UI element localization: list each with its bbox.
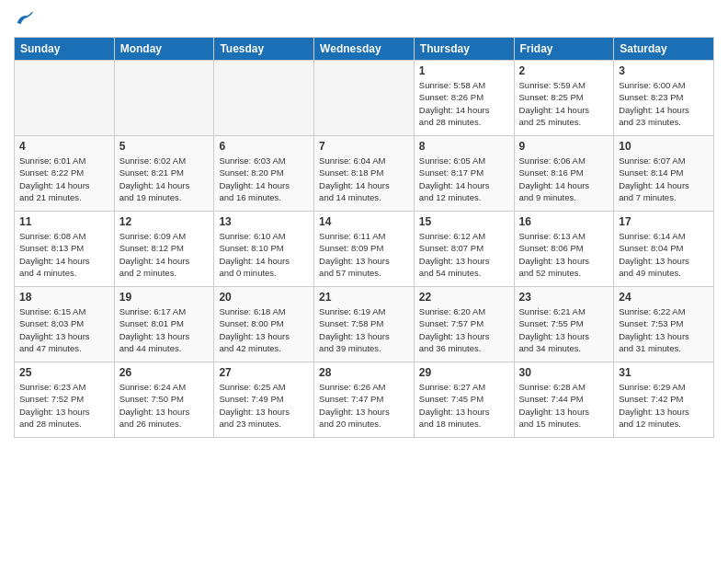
calendar-cell: 24Sunrise: 6:22 AMSunset: 7:53 PMDayligh… <box>614 287 714 362</box>
day-info: Sunrise: 6:11 AMSunset: 8:09 PMDaylight:… <box>319 230 409 279</box>
day-info: Sunrise: 6:00 AMSunset: 8:23 PMDaylight:… <box>619 79 709 128</box>
calendar-header-tuesday: Tuesday <box>214 38 314 61</box>
calendar-cell: 20Sunrise: 6:18 AMSunset: 8:00 PMDayligh… <box>214 287 314 362</box>
calendar-cell: 29Sunrise: 6:27 AMSunset: 7:45 PMDayligh… <box>414 362 514 438</box>
day-number: 1 <box>419 64 509 77</box>
day-info: Sunrise: 6:25 AMSunset: 7:49 PMDaylight:… <box>219 381 309 430</box>
calendar-cell <box>15 61 115 136</box>
calendar-cell: 19Sunrise: 6:17 AMSunset: 8:01 PMDayligh… <box>114 287 214 362</box>
calendar-cell: 5Sunrise: 6:02 AMSunset: 8:21 PMDaylight… <box>114 136 214 212</box>
calendar-cell: 12Sunrise: 6:09 AMSunset: 8:12 PMDayligh… <box>114 212 214 287</box>
logo <box>14 9 38 29</box>
day-info: Sunrise: 6:20 AMSunset: 7:57 PMDaylight:… <box>419 305 509 354</box>
day-number: 24 <box>619 291 709 304</box>
calendar-header-monday: Monday <box>114 38 214 61</box>
day-number: 10 <box>619 140 709 153</box>
day-number: 30 <box>519 366 609 379</box>
calendar-cell: 18Sunrise: 6:15 AMSunset: 8:03 PMDayligh… <box>15 287 115 362</box>
day-info: Sunrise: 6:27 AMSunset: 7:45 PMDaylight:… <box>419 381 509 430</box>
day-number: 31 <box>619 366 709 379</box>
calendar-cell: 2Sunrise: 5:59 AMSunset: 8:25 PMDaylight… <box>514 61 614 136</box>
calendar-week-3: 11Sunrise: 6:08 AMSunset: 8:13 PMDayligh… <box>15 212 714 287</box>
day-number: 12 <box>119 215 210 228</box>
calendar-cell: 13Sunrise: 6:10 AMSunset: 8:10 PMDayligh… <box>214 212 314 287</box>
day-info: Sunrise: 6:19 AMSunset: 7:58 PMDaylight:… <box>319 305 409 354</box>
calendar-cell: 14Sunrise: 6:11 AMSunset: 8:09 PMDayligh… <box>314 212 415 287</box>
day-number: 5 <box>119 140 210 153</box>
day-number: 3 <box>619 64 709 77</box>
day-number: 11 <box>19 215 109 228</box>
calendar-week-4: 18Sunrise: 6:15 AMSunset: 8:03 PMDayligh… <box>15 287 714 362</box>
day-number: 2 <box>519 64 609 77</box>
day-info: Sunrise: 6:14 AMSunset: 8:04 PMDaylight:… <box>619 230 709 279</box>
calendar-week-5: 25Sunrise: 6:23 AMSunset: 7:52 PMDayligh… <box>15 362 714 438</box>
calendar-cell <box>114 61 214 136</box>
day-number: 23 <box>519 291 609 304</box>
calendar-cell: 31Sunrise: 6:29 AMSunset: 7:42 PMDayligh… <box>614 362 714 438</box>
calendar-cell: 1Sunrise: 5:58 AMSunset: 8:26 PMDaylight… <box>414 61 514 136</box>
calendar-cell: 27Sunrise: 6:25 AMSunset: 7:49 PMDayligh… <box>214 362 314 438</box>
day-info: Sunrise: 6:28 AMSunset: 7:44 PMDaylight:… <box>519 381 609 430</box>
day-number: 26 <box>119 366 210 379</box>
calendar-cell: 26Sunrise: 6:24 AMSunset: 7:50 PMDayligh… <box>114 362 214 438</box>
day-info: Sunrise: 6:07 AMSunset: 8:14 PMDaylight:… <box>619 155 709 203</box>
day-number: 4 <box>19 140 109 153</box>
calendar-cell: 25Sunrise: 6:23 AMSunset: 7:52 PMDayligh… <box>15 362 115 438</box>
day-number: 14 <box>319 215 409 228</box>
calendar-cell: 15Sunrise: 6:12 AMSunset: 8:07 PMDayligh… <box>414 212 514 287</box>
calendar-cell: 3Sunrise: 6:00 AMSunset: 8:23 PMDaylight… <box>614 61 714 136</box>
day-number: 18 <box>19 291 109 304</box>
calendar-cell: 7Sunrise: 6:04 AMSunset: 8:18 PMDaylight… <box>314 136 415 212</box>
day-info: Sunrise: 6:24 AMSunset: 7:50 PMDaylight:… <box>119 381 210 430</box>
calendar-cell <box>314 61 415 136</box>
logo-bird-icon <box>14 9 34 29</box>
day-info: Sunrise: 6:12 AMSunset: 8:07 PMDaylight:… <box>419 230 509 279</box>
calendar-cell: 11Sunrise: 6:08 AMSunset: 8:13 PMDayligh… <box>15 212 115 287</box>
page-container: SundayMondayTuesdayWednesdayThursdayFrid… <box>0 0 728 447</box>
day-info: Sunrise: 6:18 AMSunset: 8:00 PMDaylight:… <box>219 305 309 354</box>
day-info: Sunrise: 6:29 AMSunset: 7:42 PMDaylight:… <box>619 381 709 430</box>
day-info: Sunrise: 6:17 AMSunset: 8:01 PMDaylight:… <box>119 305 210 354</box>
calendar-table: SundayMondayTuesdayWednesdayThursdayFrid… <box>14 37 714 438</box>
calendar-header-thursday: Thursday <box>414 38 514 61</box>
calendar-cell: 17Sunrise: 6:14 AMSunset: 8:04 PMDayligh… <box>614 212 714 287</box>
day-number: 29 <box>419 366 509 379</box>
calendar-cell: 8Sunrise: 6:05 AMSunset: 8:17 PMDaylight… <box>414 136 514 212</box>
day-number: 22 <box>419 291 509 304</box>
day-info: Sunrise: 6:10 AMSunset: 8:10 PMDaylight:… <box>219 230 309 279</box>
day-info: Sunrise: 6:02 AMSunset: 8:21 PMDaylight:… <box>119 155 210 203</box>
calendar-cell: 16Sunrise: 6:13 AMSunset: 8:06 PMDayligh… <box>514 212 614 287</box>
day-info: Sunrise: 5:58 AMSunset: 8:26 PMDaylight:… <box>419 79 509 128</box>
calendar-header-sunday: Sunday <box>15 38 115 61</box>
calendar-cell: 21Sunrise: 6:19 AMSunset: 7:58 PMDayligh… <box>314 287 415 362</box>
day-number: 13 <box>219 215 309 228</box>
calendar-cell: 23Sunrise: 6:21 AMSunset: 7:55 PMDayligh… <box>514 287 614 362</box>
day-info: Sunrise: 6:04 AMSunset: 8:18 PMDaylight:… <box>319 155 409 203</box>
day-number: 16 <box>519 215 609 228</box>
calendar-header-wednesday: Wednesday <box>314 38 415 61</box>
calendar-cell: 9Sunrise: 6:06 AMSunset: 8:16 PMDaylight… <box>514 136 614 212</box>
day-number: 15 <box>419 215 509 228</box>
day-info: Sunrise: 6:23 AMSunset: 7:52 PMDaylight:… <box>19 381 109 430</box>
day-number: 28 <box>319 366 409 379</box>
day-info: Sunrise: 6:21 AMSunset: 7:55 PMDaylight:… <box>519 305 609 354</box>
calendar-week-2: 4Sunrise: 6:01 AMSunset: 8:22 PMDaylight… <box>15 136 714 212</box>
calendar-cell: 28Sunrise: 6:26 AMSunset: 7:47 PMDayligh… <box>314 362 415 438</box>
day-info: Sunrise: 6:08 AMSunset: 8:13 PMDaylight:… <box>19 230 109 279</box>
calendar-header-saturday: Saturday <box>614 38 714 61</box>
calendar-cell: 30Sunrise: 6:28 AMSunset: 7:44 PMDayligh… <box>514 362 614 438</box>
day-number: 6 <box>219 140 309 153</box>
day-info: Sunrise: 6:05 AMSunset: 8:17 PMDaylight:… <box>419 155 509 203</box>
calendar-cell: 10Sunrise: 6:07 AMSunset: 8:14 PMDayligh… <box>614 136 714 212</box>
day-info: Sunrise: 6:01 AMSunset: 8:22 PMDaylight:… <box>19 155 109 203</box>
day-info: Sunrise: 6:13 AMSunset: 8:06 PMDaylight:… <box>519 230 609 279</box>
day-number: 27 <box>219 366 309 379</box>
day-number: 19 <box>119 291 210 304</box>
day-number: 21 <box>319 291 409 304</box>
page-header <box>14 9 714 29</box>
day-info: Sunrise: 6:06 AMSunset: 8:16 PMDaylight:… <box>519 155 609 203</box>
day-info: Sunrise: 5:59 AMSunset: 8:25 PMDaylight:… <box>519 79 609 128</box>
day-number: 17 <box>619 215 709 228</box>
calendar-cell: 22Sunrise: 6:20 AMSunset: 7:57 PMDayligh… <box>414 287 514 362</box>
calendar-cell: 6Sunrise: 6:03 AMSunset: 8:20 PMDaylight… <box>214 136 314 212</box>
